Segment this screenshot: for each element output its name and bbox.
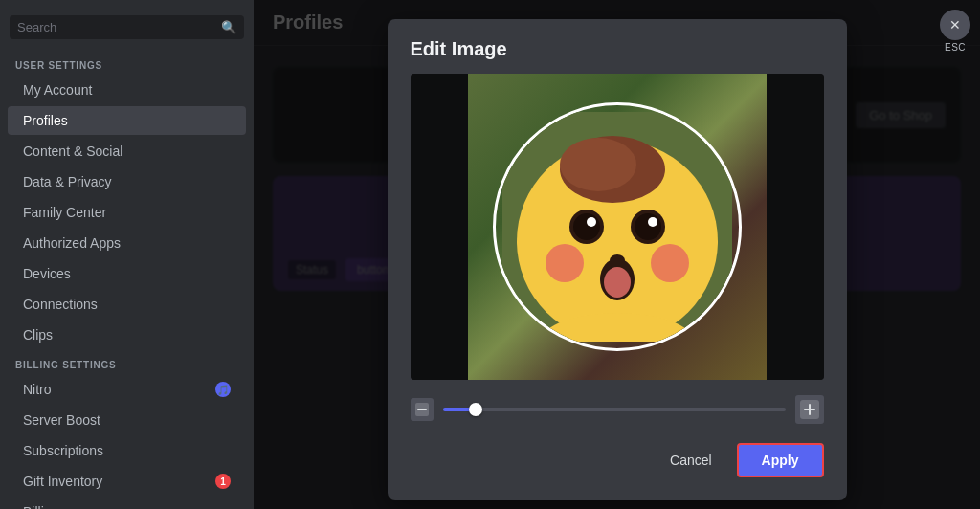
zoom-slider-area — [411, 395, 824, 424]
sidebar-item-billing[interactable]: Billing — [8, 498, 246, 509]
sidebar-item-family-center[interactable]: Family Center — [8, 198, 246, 227]
svg-point-13 — [546, 244, 584, 282]
sidebar-item-gift-inventory[interactable]: Gift Inventory 1 — [8, 467, 246, 496]
svg-point-5 — [573, 213, 600, 240]
modal-title: Edit Image — [411, 38, 824, 60]
image-editor[interactable] — [411, 74, 824, 380]
svg-point-14 — [651, 244, 689, 282]
cancel-button[interactable]: Cancel — [657, 445, 725, 476]
sidebar-item-data-privacy[interactable]: Data & Privacy — [8, 167, 246, 196]
pikachu-image — [502, 112, 732, 342]
user-settings-section-label: USER SETTINGS — [0, 51, 254, 75]
svg-point-3 — [560, 138, 636, 191]
sidebar: 🔍 USER SETTINGS My Account Profiles Cont… — [0, 0, 254, 509]
sidebar-item-nitro[interactable]: Nitro 🎵 — [8, 375, 246, 404]
modal-overlay: Edit Image — [254, 0, 980, 509]
sidebar-item-my-account[interactable]: My Account — [8, 76, 246, 104]
search-icon: 🔍 — [221, 20, 236, 34]
modal-footer: Cancel Apply — [411, 443, 824, 477]
image-preview-background — [411, 74, 824, 380]
zoom-out-icon — [411, 398, 434, 421]
sidebar-item-clips[interactable]: Clips — [8, 321, 246, 349]
sidebar-item-profiles[interactable]: Profiles — [8, 106, 246, 135]
apply-button[interactable]: Apply — [737, 443, 824, 477]
sidebar-item-content-social[interactable]: Content & Social — [8, 137, 246, 166]
gift-inventory-badge: 1 — [215, 474, 231, 489]
svg-point-12 — [604, 267, 631, 298]
sidebar-item-devices[interactable]: Devices — [8, 259, 246, 288]
svg-point-9 — [648, 217, 657, 227]
circle-crop — [493, 102, 742, 351]
sidebar-item-server-boost[interactable]: Server Boost — [8, 406, 246, 434]
billing-settings-section-label: BILLING SETTINGS — [0, 350, 254, 374]
main-content: Profiles Go to Shop Status button ✕ ESC … — [254, 0, 980, 509]
left-dark-panel — [411, 74, 468, 380]
sidebar-item-subscriptions[interactable]: Subscriptions — [8, 436, 246, 465]
zoom-slider[interactable] — [443, 408, 786, 411]
right-dark-panel — [767, 74, 824, 380]
close-icon: ✕ — [940, 10, 970, 40]
sidebar-item-authorized-apps[interactable]: Authorized Apps — [8, 229, 246, 257]
svg-rect-20 — [809, 404, 811, 415]
zoom-in-icon — [795, 395, 824, 424]
nitro-badge: 🎵 — [215, 382, 231, 397]
esc-label: ESC — [945, 42, 966, 53]
esc-button[interactable]: ✕ ESC — [940, 10, 970, 53]
search-input[interactable] — [17, 20, 215, 34]
edit-image-modal: Edit Image — [388, 19, 847, 500]
svg-rect-17 — [417, 409, 427, 410]
svg-point-8 — [635, 213, 661, 240]
search-bar[interactable]: 🔍 — [10, 15, 244, 39]
sidebar-item-connections[interactable]: Connections — [8, 290, 246, 319]
svg-point-6 — [587, 217, 596, 227]
